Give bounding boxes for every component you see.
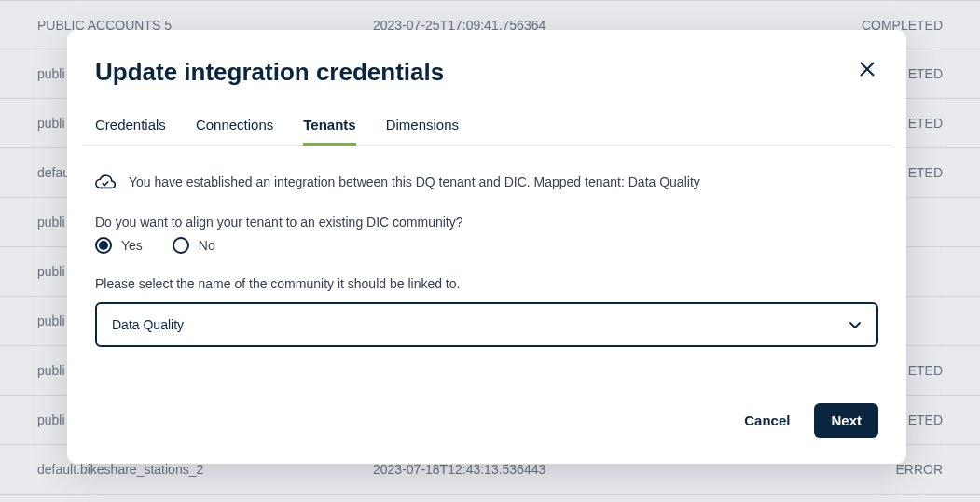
tab-connections[interactable]: Connections xyxy=(196,117,273,145)
community-select[interactable]: Data Quality xyxy=(95,302,878,347)
modal-body: You have established an integration betw… xyxy=(67,146,906,403)
tab-dimensions[interactable]: Dimensions xyxy=(386,117,459,145)
radio-yes[interactable]: Yes xyxy=(95,237,143,254)
info-row: You have established an integration betw… xyxy=(95,172,878,192)
radio-yes-label: Yes xyxy=(121,238,143,253)
modal-title: Update integration credentials xyxy=(95,58,444,87)
chevron-down-icon xyxy=(849,318,862,331)
radio-no-label: No xyxy=(199,238,215,253)
community-select-label: Please select the name of the community … xyxy=(95,276,878,291)
radio-circle-icon xyxy=(95,237,112,254)
tab-credentials[interactable]: Credentials xyxy=(95,117,166,145)
modal-footer: Cancel Next xyxy=(67,403,906,460)
close-button[interactable] xyxy=(856,58,878,80)
tab-tenants[interactable]: Tenants xyxy=(303,117,355,145)
radio-group: Yes No xyxy=(95,237,878,254)
row-date: 2023-07-18T12:43:13.536443 xyxy=(373,462,849,477)
modal-header: Update integration credentials xyxy=(67,30,906,87)
info-text: You have established an integration betw… xyxy=(129,174,700,189)
close-icon xyxy=(860,62,875,77)
update-credentials-modal: Update integration credentials Credentia… xyxy=(67,30,906,464)
cloud-check-icon xyxy=(95,172,116,192)
row-name: default.bikeshare_stations_2 xyxy=(37,462,373,477)
radio-no[interactable]: No xyxy=(173,237,215,254)
next-button[interactable]: Next xyxy=(814,403,878,438)
row-status: ERROR xyxy=(849,462,943,477)
radio-circle-icon xyxy=(173,237,189,254)
cancel-button[interactable]: Cancel xyxy=(738,403,795,438)
align-question: Do you want to align your tenant to an e… xyxy=(95,215,878,230)
tabs: Credentials Connections Tenants Dimensio… xyxy=(82,117,891,146)
selected-value: Data Quality xyxy=(112,317,184,332)
